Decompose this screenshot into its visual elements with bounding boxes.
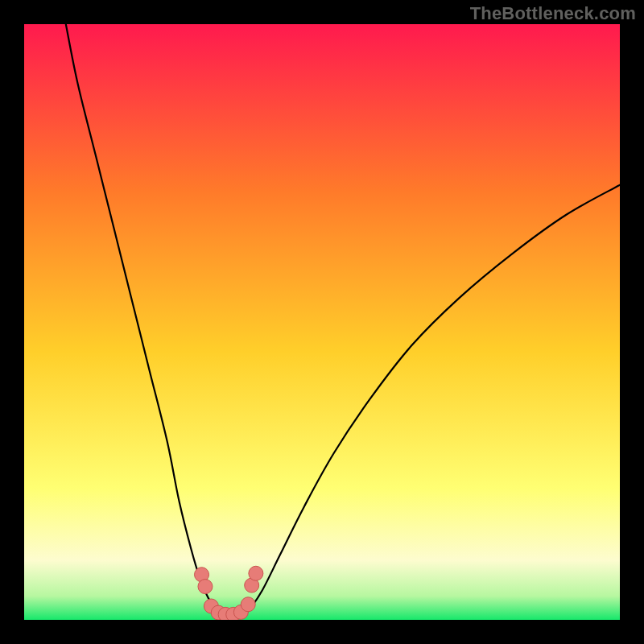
chart-svg — [24, 24, 620, 620]
watermark-text: TheBottleneck.com — [470, 3, 636, 24]
valley-marker — [241, 597, 255, 612]
plot-area — [24, 24, 620, 620]
outer-frame: TheBottleneck.com — [0, 0, 644, 644]
valley-marker — [198, 580, 213, 594]
valley-marker — [249, 566, 263, 580]
gradient-bg — [24, 24, 620, 620]
